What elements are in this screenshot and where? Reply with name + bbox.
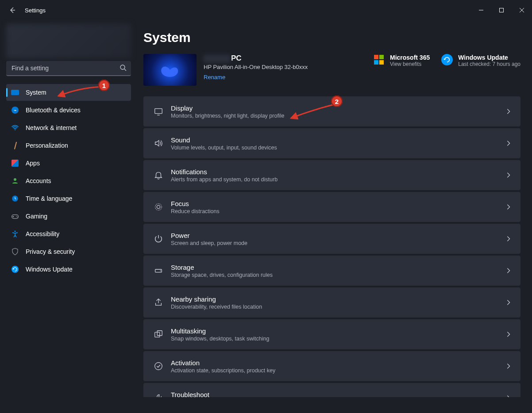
chevron-right-icon [505, 108, 512, 115]
sidebar-item-time[interactable]: Time & language [6, 190, 131, 207]
sidebar-item-label: Privacy & security [26, 248, 127, 255]
chevron-right-icon [505, 236, 512, 242]
card-title: Notifications [171, 168, 505, 176]
sidebar-item-label: Windows Update [26, 266, 127, 273]
page-title: System [143, 30, 520, 45]
update-sub: Last checked: 7 hours ago [458, 61, 520, 67]
svg-rect-0 [500, 8, 504, 12]
sidebar-item-label: Accounts [26, 177, 127, 184]
ms365-title: Microsoft 365 [390, 54, 430, 61]
sidebar-item-label: Accessibility [26, 230, 127, 237]
check-circle-icon [150, 361, 166, 371]
content: System PC HP Pavilion All-in-One Desktop… [137, 20, 532, 413]
bluetooth-icon: ⌁ [11, 106, 19, 115]
card-display[interactable]: DisplayMonitors, brightness, night light… [143, 96, 520, 126]
sidebar-item-system[interactable]: System [6, 84, 131, 101]
chevron-right-icon [505, 172, 512, 178]
card-power[interactable]: PowerScreen and sleep, power mode [143, 224, 520, 254]
svg-point-3 [14, 178, 16, 181]
svg-point-10 [155, 204, 162, 210]
minimize-button[interactable] [471, 3, 491, 17]
title-bar: Settings [0, 0, 532, 20]
windows-update-link[interactable]: Windows Update Last checked: 7 hours ago [441, 54, 520, 67]
card-title: Storage [171, 264, 505, 271]
focus-icon [150, 202, 166, 212]
card-sub: Discoverability, received files location [171, 304, 505, 310]
card-activation[interactable]: ActivationActivation state, subscription… [143, 351, 520, 381]
accessibility-icon [11, 229, 19, 238]
card-storage[interactable]: StorageStorage space, drives, configurat… [143, 256, 520, 286]
maximize-button[interactable] [491, 3, 512, 17]
sidebar: System ⌁ Bluetooth & devices Network & i… [0, 20, 137, 413]
svg-point-16 [155, 363, 162, 370]
svg-point-13 [160, 271, 161, 272]
card-sub: Storage space, drives, configuration rul… [171, 272, 505, 278]
sidebar-item-windows-update[interactable]: Windows Update [6, 261, 131, 278]
sidebar-item-gaming[interactable]: Gaming [6, 208, 131, 225]
card-title: Display [171, 104, 505, 112]
window-title: Settings [25, 7, 46, 14]
card-notifications[interactable]: NotificationsAlerts from apps and system… [143, 160, 520, 190]
card-sub: Volume levels, output, input, sound devi… [171, 145, 505, 151]
back-arrow-icon [9, 7, 16, 14]
card-multitasking[interactable]: MultitaskingSnap windows, desktops, task… [143, 319, 520, 349]
chevron-right-icon [505, 299, 512, 306]
display-icon [150, 107, 166, 116]
gamepad-icon [11, 212, 19, 221]
svg-point-6 [16, 216, 17, 217]
chevron-right-icon [505, 395, 512, 397]
power-icon [150, 234, 166, 244]
chevron-right-icon [505, 204, 512, 210]
bell-icon [150, 170, 166, 180]
update-icon [11, 265, 19, 274]
sidebar-item-label: Bluetooth & devices [26, 107, 127, 114]
sidebar-item-network[interactable]: Network & internet [6, 119, 131, 136]
update-title: Windows Update [458, 54, 520, 61]
svg-point-7 [17, 217, 18, 218]
shield-icon [11, 247, 19, 256]
sidebar-item-label: Time & language [26, 195, 127, 202]
card-sub: Screen and sleep, power mode [171, 240, 505, 246]
card-focus[interactable]: FocusReduce distractions [143, 192, 520, 222]
sidebar-item-label: System [26, 89, 127, 96]
microsoft-logo-icon [373, 54, 385, 65]
settings-cards: DisplayMonitors, brightness, night light… [143, 96, 520, 397]
search-input[interactable] [6, 61, 131, 76]
back-button[interactable] [4, 1, 21, 19]
card-title: Activation [171, 359, 505, 367]
svg-point-8 [15, 231, 16, 232]
update-badge-icon [441, 54, 453, 65]
nav-list: System ⌁ Bluetooth & devices Network & i… [6, 84, 131, 278]
sidebar-item-personalization[interactable]: Personalization [6, 137, 131, 154]
close-button[interactable] [512, 3, 532, 17]
clock-icon [11, 194, 19, 203]
card-title: Sound [171, 136, 505, 144]
card-sub: Alerts from apps and system, do not dist… [171, 176, 505, 183]
device-model: HP Pavilion All-in-One Desktop 32-b0xxx [204, 64, 366, 70]
device-thumbnail[interactable] [143, 54, 197, 86]
rename-link[interactable]: Rename [204, 74, 225, 80]
card-sound[interactable]: SoundVolume levels, output, input, sound… [143, 128, 520, 158]
svg-point-2 [15, 129, 15, 130]
sidebar-item-label: Gaming [26, 213, 127, 220]
card-nearby-sharing[interactable]: Nearby sharingDiscoverability, received … [143, 287, 520, 317]
sidebar-item-apps[interactable]: Apps [6, 155, 131, 172]
apps-icon [11, 159, 19, 168]
sidebar-item-label: Personalization [26, 142, 127, 149]
user-icon [11, 176, 19, 185]
storage-icon [150, 266, 166, 275]
card-title: Multitasking [171, 327, 505, 335]
wifi-icon [11, 123, 19, 132]
sidebar-item-bluetooth[interactable]: ⌁ Bluetooth & devices [6, 102, 131, 119]
sidebar-item-accessibility[interactable]: Accessibility [6, 226, 131, 242]
sound-icon [150, 138, 166, 148]
ms365-link[interactable]: Microsoft 365 View benefits [373, 54, 430, 67]
wrench-icon [150, 393, 166, 397]
search-container [6, 61, 131, 76]
sidebar-item-accounts[interactable]: Accounts [6, 172, 131, 189]
card-sub: Snap windows, desktops, task switching [171, 336, 505, 342]
profile-card[interactable] [6, 24, 131, 58]
card-troubleshoot[interactable]: TroubleshootRecommended troubleshooters,… [143, 383, 520, 397]
device-header: PC HP Pavilion All-in-One Desktop 32-b0x… [143, 54, 520, 86]
sidebar-item-privacy[interactable]: Privacy & security [6, 243, 131, 260]
